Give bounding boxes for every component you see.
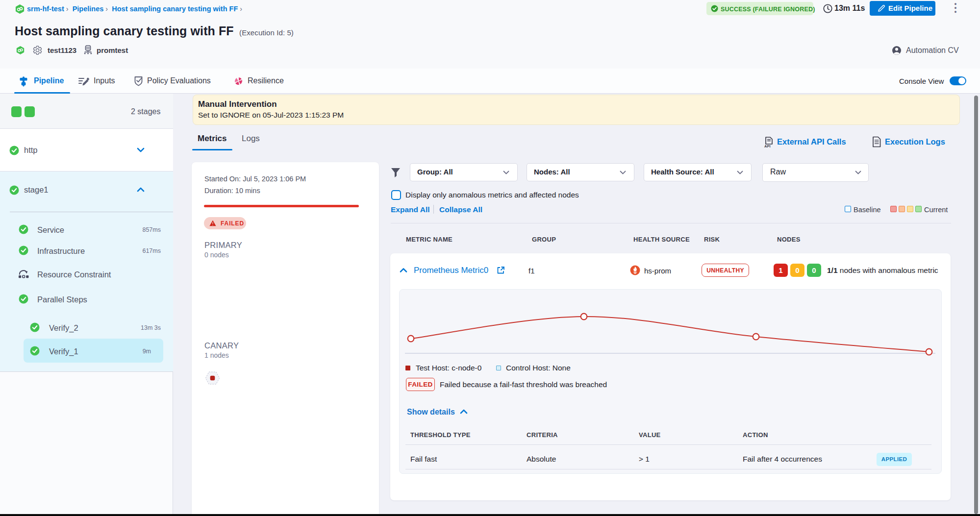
svg-text:API: API [764,144,771,148]
